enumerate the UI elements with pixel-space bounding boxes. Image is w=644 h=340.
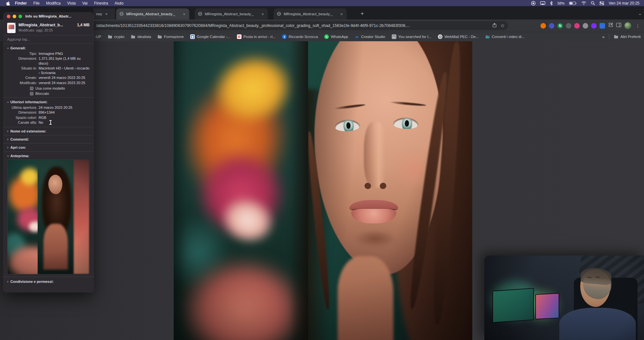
extension-icon-orange[interactable] <box>540 23 546 29</box>
chevron-right-icon: › <box>7 137 8 141</box>
section-header-label: Apri con: <box>10 145 26 149</box>
extension-icon-purple[interactable] <box>591 23 597 29</box>
section-header-label: Nome ed estensione: <box>10 129 46 133</box>
extension-icon-light[interactable] <box>583 23 588 29</box>
menubar-clock[interactable]: Ven 24 mar 20:25 <box>609 1 639 6</box>
url-bar[interactable]: /attachments/1013512335442333816/1088906… <box>81 21 508 30</box>
bookmark-folder-formazione[interactable]: Formazione <box>157 34 184 39</box>
tab-active[interactable]: MRregista_Abstract_beauty._ × <box>116 8 189 19</box>
info-window-title: Info su MRregista_Abstr... <box>25 14 71 18</box>
bookmarks-bar: -UP crypto idealista Formazione Google C… <box>0 32 644 41</box>
section-header-label: Generali: <box>10 46 26 50</box>
close-icon[interactable]: × <box>261 12 265 16</box>
extension-icon-indigo[interactable] <box>549 23 554 29</box>
bookmark-label: idealista <box>137 35 151 39</box>
facebook-icon: f <box>282 34 287 39</box>
tab-partial-midjourney[interactable]: ney × <box>93 8 115 19</box>
browser-menu-kebab-icon[interactable]: ⋮ <box>634 23 641 28</box>
checkbox-bloccato[interactable]: Bloccato <box>30 92 90 95</box>
file-preview-thumbnail[interactable] <box>7 160 89 274</box>
menu-item-finder[interactable]: Finder <box>12 1 30 6</box>
side-panel-icon[interactable] <box>616 23 621 29</box>
spotlight-search-icon[interactable] <box>591 1 595 5</box>
close-icon[interactable]: × <box>340 12 343 16</box>
tab-label: ney <box>96 12 102 16</box>
control-center-icon[interactable] <box>600 1 604 5</box>
bookmark-label: Posta in arrivo - ri... <box>243 35 276 39</box>
section-more-info-header[interactable]: › Ulteriori informazioni: <box>7 100 90 104</box>
extension-icon-blue[interactable] <box>600 23 605 29</box>
section-anteprima: › Anteprima: <box>3 152 93 277</box>
screen-mirroring-icon[interactable] <box>540 1 545 5</box>
menu-item-finestra[interactable]: Finestra <box>91 1 111 6</box>
section-commenti[interactable]: › Commenti: <box>3 135 93 144</box>
tags-input[interactable]: Aggiungi tag... <box>3 35 93 44</box>
tab-label: MRregista_Abstract_beauty._ <box>284 12 333 16</box>
bookmark-you-searched[interactable]: You searched for I... <box>392 34 432 39</box>
record-status-icon[interactable] <box>531 1 536 6</box>
close-icon[interactable]: × <box>182 12 186 16</box>
extensions-row: N ⋮ <box>540 21 641 30</box>
chevron-down-icon[interactable]: › <box>638 14 642 15</box>
info-row-creato: Creato:venerdì 24 marzo 2023 20:25 <box>7 75 90 80</box>
bookmark-google-calendar[interactable]: Google Calendar -... <box>190 34 230 39</box>
bookmark-gmail-inbox[interactable]: M Posta in arrivo - ri... <box>237 34 276 39</box>
other-bookmarks-folder[interactable]: Altri Preferiti <box>614 34 641 39</box>
section-nome-ed-estensione[interactable]: › Nome ed estensione: <box>3 127 93 135</box>
folder-icon <box>131 34 135 39</box>
extension-icon-magenta[interactable] <box>574 23 580 29</box>
bookmark-star-icon[interactable]: ☆ <box>501 23 505 29</box>
bookmark-folder-idealista[interactable]: idealista <box>131 34 151 39</box>
apple-menu-icon[interactable] <box>5 1 12 6</box>
info-row-pixel-dimensions: Dimensioni:896×1344 <box>7 110 90 115</box>
extension-icon-gray[interactable] <box>566 23 571 29</box>
share-icon[interactable] <box>492 23 497 29</box>
menu-item-aiuto[interactable]: Aiuto <box>111 1 127 6</box>
profile-avatar[interactable] <box>624 22 631 29</box>
finder-info-window[interactable]: Info su MRregista_Abstr... MRregista_Abs… <box>3 12 93 292</box>
close-icon[interactable]: × <box>105 12 108 16</box>
zoom-traffic-light[interactable] <box>19 15 22 18</box>
bookmark-whatsapp[interactable]: WhatsApp <box>324 34 348 39</box>
file-size: 1,4 MB <box>77 23 90 27</box>
minimize-traffic-light[interactable] <box>13 15 16 18</box>
info-window-titlebar[interactable]: Info su MRregista_Abstr... <box>3 12 93 20</box>
section-anteprima-header[interactable]: › Anteprima: <box>7 154 90 158</box>
tab-2[interactable]: MRregista_Abstract_beauty._ × <box>195 8 268 19</box>
menu-item-file[interactable]: File <box>30 1 43 6</box>
webmail-icon <box>438 34 442 39</box>
bookmark-creator-studio[interactable]: ∞ Creator Studio <box>355 34 385 39</box>
battery-charging-icon[interactable] <box>569 1 577 5</box>
bookmark-facebook-profile[interactable]: f Riccardo Scrocca <box>282 34 318 39</box>
wifi-icon[interactable] <box>581 1 586 5</box>
bluetooth-icon[interactable] <box>550 1 553 6</box>
thumbnail-icon <box>392 34 396 39</box>
section-apri-con[interactable]: › Apri con: <box>3 144 93 152</box>
globe-favicon <box>198 12 202 17</box>
browser-toolbar: /attachments/1013512335442333816/1088906… <box>0 19 644 32</box>
bookmarks-overflow-chevrons[interactable]: » <box>602 34 604 39</box>
info-row-modificato: Modificato:venerdì 24 marzo 2023 20:25 <box>7 81 90 85</box>
bookmark-webmail-pec[interactable]: WebMail PEC - De... <box>438 34 479 39</box>
bookmark-folder-crypto[interactable]: crypto <box>108 34 124 39</box>
bookmarks-divider <box>609 34 609 39</box>
bookmark-video-converter[interactable]: Converti i video di... <box>485 34 525 39</box>
tab-3[interactable]: MRregista_Abstract_beauty._ × <box>274 8 347 19</box>
bookmark-label: Google Calendar -... <box>197 35 230 39</box>
close-traffic-light[interactable] <box>7 15 10 18</box>
section-condivisione[interactable]: › Condivisione e permessi: <box>3 277 93 286</box>
section-general-header[interactable]: › Generali: <box>7 46 90 50</box>
checkbox-icon[interactable] <box>30 92 33 95</box>
extension-icon-green-n[interactable]: N <box>557 23 563 29</box>
image-viewer-artwork[interactable] <box>174 41 472 340</box>
new-tab-button[interactable]: + <box>358 10 366 18</box>
checkbox-usa-come-modello[interactable]: Usa come modello <box>30 86 90 90</box>
bookmark-up[interactable]: -UP <box>95 35 101 39</box>
url-text[interactable]: /attachments/1013512335442333816/1088906… <box>96 23 492 28</box>
puzzle-extensions-icon[interactable] <box>608 22 613 29</box>
menu-item-modifica[interactable]: Modifica <box>43 1 64 6</box>
text-cursor <box>49 120 52 125</box>
checkbox-icon[interactable] <box>30 87 33 90</box>
menu-item-vista[interactable]: Vista <box>64 1 79 6</box>
menu-item-vai[interactable]: Vai <box>79 1 91 6</box>
